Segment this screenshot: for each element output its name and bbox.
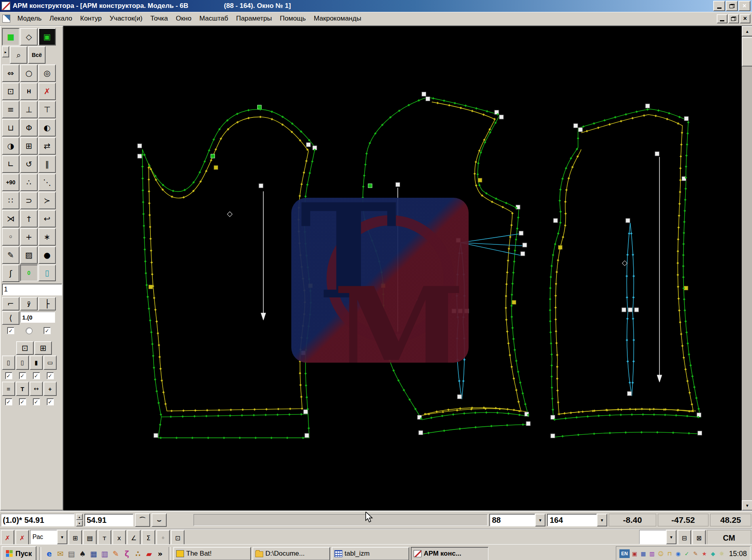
row2-grid[interactable]: ⊞ bbox=[68, 530, 82, 544]
size-dropdown-button[interactable]: ▼ bbox=[535, 514, 545, 526]
pattern-handle[interactable] bbox=[499, 115, 503, 119]
pattern-handle[interactable] bbox=[551, 434, 555, 438]
pattern-hem-left[interactable] bbox=[158, 414, 310, 438]
row2-sel-combo[interactable]: ▼ bbox=[639, 530, 676, 544]
tool-nodes-box[interactable]: ∷ bbox=[2, 192, 19, 209]
tray-sun-icon[interactable]: ☼ bbox=[718, 550, 725, 558]
tool-copy[interactable]: ⊞ bbox=[20, 137, 38, 155]
menu-makrokomandy[interactable]: Макрокоманды bbox=[310, 13, 365, 24]
menu-kontur[interactable]: Контур bbox=[76, 13, 106, 24]
task-tabl-izm[interactable]: tabl_izm bbox=[332, 547, 409, 560]
brush-icon[interactable]: ζ bbox=[122, 548, 133, 560]
pattern-handle[interactable] bbox=[522, 243, 527, 247]
pattern-hem-right[interactable] bbox=[555, 432, 701, 437]
pattern-handle-yellow[interactable] bbox=[214, 166, 218, 170]
spinner-up-button[interactable]: ▲ bbox=[76, 514, 83, 520]
tool-layers-mode[interactable]: ▣ bbox=[38, 28, 56, 45]
tool-list[interactable]: ≡ bbox=[2, 101, 19, 118]
desktop-icon[interactable]: ▤ bbox=[66, 548, 77, 560]
tool-door-b[interactable]: ⊞ bbox=[34, 341, 52, 355]
pattern-inner-right[interactable] bbox=[556, 115, 693, 414]
smooth-button[interactable]: ⌣ bbox=[152, 513, 167, 527]
tool-diamond-mode[interactable]: ◇ bbox=[20, 28, 38, 45]
pattern-handle[interactable] bbox=[154, 433, 158, 438]
pattern-handle[interactable] bbox=[634, 308, 639, 312]
close-button[interactable]: × bbox=[739, 1, 750, 11]
tool-toggle-piece[interactable]: ▯ bbox=[38, 265, 56, 281]
tool-curve-tangent[interactable]: ≻ bbox=[38, 192, 56, 209]
tool-equal[interactable]: = bbox=[2, 382, 15, 396]
menu-pomosch[interactable]: Помощь bbox=[276, 13, 310, 24]
tool-curve-cross[interactable]: ⋊ bbox=[2, 210, 19, 227]
tool-piece-cut[interactable]: ⊔ bbox=[2, 119, 19, 136]
pattern-handle[interactable] bbox=[627, 392, 632, 396]
tray-smiley-icon[interactable]: ☺ bbox=[657, 550, 665, 558]
tool-mirror-right[interactable]: ◑ bbox=[2, 137, 19, 155]
scrollbar-track[interactable] bbox=[742, 36, 752, 500]
tool-undo-curve[interactable]: ↩ bbox=[38, 210, 56, 227]
measure-track[interactable] bbox=[194, 514, 488, 526]
tool-distribute[interactable]: ∗ bbox=[38, 228, 56, 246]
tool-select-mode[interactable]: ■ bbox=[2, 28, 19, 45]
tray-monitor-icon[interactable]: ▣ bbox=[631, 550, 638, 558]
tool-circle-handles[interactable]: ◎ bbox=[38, 64, 56, 82]
pattern-hem-middle[interactable] bbox=[421, 424, 529, 434]
tool-point-corner[interactable]: ◦ bbox=[2, 228, 19, 246]
scroll-up-button[interactable]: ▲ bbox=[742, 26, 752, 36]
minimize-button[interactable] bbox=[713, 1, 725, 11]
tool-h-tool[interactable]: H bbox=[20, 83, 38, 100]
tray-star-icon[interactable]: ★ bbox=[701, 550, 708, 558]
pattern-hem-inner-middle[interactable] bbox=[422, 409, 527, 415]
tool-node-line[interactable]: ⋱ bbox=[38, 174, 56, 191]
tool-delete[interactable]: ✗ bbox=[38, 83, 56, 100]
tray-grid-icon[interactable]: ▦ bbox=[640, 550, 647, 558]
tool-measure[interactable]: ⌐ bbox=[2, 297, 19, 310]
tool-zoom[interactable]: ⌕ bbox=[10, 46, 27, 64]
pattern-handle-yellow[interactable] bbox=[478, 178, 482, 182]
tool-opt-c[interactable]: ✓ bbox=[38, 325, 56, 336]
tool-flag-5[interactable]: ✓ bbox=[2, 397, 15, 407]
tool-stroke[interactable]: ʃ bbox=[2, 265, 19, 282]
pattern-handle[interactable] bbox=[553, 218, 558, 223]
curve-handle-button[interactable]: ⌒ bbox=[135, 513, 150, 527]
size-combo[interactable]: 88 ▼ bbox=[489, 514, 545, 526]
row2-text-t[interactable]: т bbox=[98, 530, 111, 544]
thebat-icon[interactable]: ♠ bbox=[77, 548, 88, 560]
task-arm-constructor[interactable]: АРМ конс... bbox=[411, 547, 488, 560]
tool-rotate-90[interactable]: +90 bbox=[2, 174, 19, 191]
mdi-restore-button[interactable] bbox=[728, 14, 739, 23]
tool-plus[interactable]: + bbox=[44, 382, 57, 396]
tool-piece-down[interactable]: ⊤ bbox=[38, 101, 56, 118]
tool-opt-b[interactable] bbox=[20, 325, 38, 336]
dart-fan-2[interactable] bbox=[461, 243, 523, 246]
tool-card-3[interactable]: ▮ bbox=[30, 356, 43, 370]
tool-bracket[interactable]: ⟨ bbox=[2, 311, 19, 325]
tool-zoom-all[interactable]: Всё bbox=[28, 46, 46, 64]
vertical-scrollbar[interactable]: ▲ ▼ bbox=[742, 26, 752, 511]
row2-node[interactable]: ◦ bbox=[156, 530, 170, 544]
tool-flag-6[interactable]: ✓ bbox=[16, 397, 29, 407]
menu-parametry[interactable]: Параметры bbox=[232, 13, 276, 24]
scroll-down-button[interactable]: ▼ bbox=[742, 500, 752, 511]
menu-tochka[interactable]: Точка bbox=[146, 13, 172, 24]
tool-swap[interactable]: ⇄ bbox=[38, 137, 56, 155]
floppy-icon[interactable]: ▦ bbox=[88, 548, 99, 560]
pattern-handle[interactable] bbox=[457, 395, 461, 399]
row2-win-split[interactable]: ⊟ bbox=[678, 530, 691, 544]
row2-sheet[interactable]: ▤ bbox=[83, 530, 97, 544]
pattern-handle-green[interactable] bbox=[257, 105, 261, 109]
pattern-handle[interactable] bbox=[422, 92, 426, 96]
tool-flag-3[interactable]: ✓ bbox=[30, 371, 43, 381]
tray-lock-icon[interactable]: ⊓ bbox=[666, 550, 673, 558]
restore-button[interactable] bbox=[726, 1, 738, 11]
pattern-handle[interactable] bbox=[684, 116, 689, 121]
tool-rotate[interactable]: ↺ bbox=[20, 155, 38, 173]
tool-t-tool[interactable]: T bbox=[16, 382, 29, 396]
tool-nodes-chain[interactable]: ∴ bbox=[20, 174, 38, 191]
mdi-minimize-button[interactable] bbox=[717, 14, 727, 23]
pattern-handle[interactable] bbox=[573, 123, 578, 128]
height-combo[interactable]: 164 ▼ bbox=[547, 514, 607, 526]
pattern-handle-green[interactable] bbox=[368, 184, 372, 188]
pattern-handle[interactable] bbox=[697, 413, 701, 417]
tool-point[interactable]: ● bbox=[38, 246, 56, 264]
